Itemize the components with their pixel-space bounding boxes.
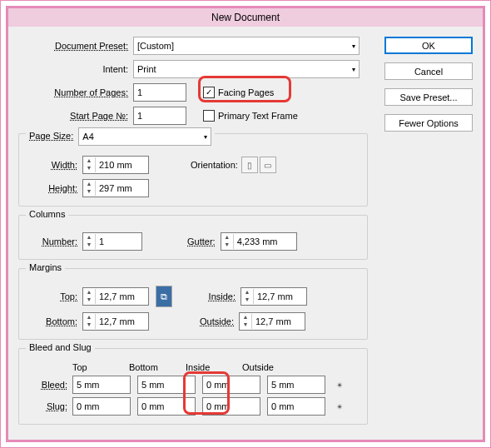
chevron-down-icon: ▾ bbox=[352, 42, 355, 50]
slug-inside-input[interactable]: 0 mm bbox=[202, 397, 260, 416]
orientation-label: Orientation: bbox=[191, 160, 238, 170]
dialog-button-column: OK Cancel Save Preset... Fewer Options bbox=[384, 37, 473, 140]
margin-top-input[interactable]: ▲▼12,7 mm bbox=[82, 287, 149, 306]
dialog-title: New Document bbox=[8, 8, 483, 27]
page-size-group: Page Size: A4▾ Width: ▲▼210 mm Orientati… bbox=[18, 133, 368, 207]
start-page-label: Start Page №: bbox=[70, 111, 128, 121]
fewer-options-button[interactable]: Fewer Options bbox=[384, 114, 473, 132]
document-preset-select[interactable]: [Custom]▾ bbox=[133, 37, 360, 55]
intent-label: Intent: bbox=[102, 64, 128, 74]
cancel-button[interactable]: Cancel bbox=[384, 62, 473, 80]
slug-label: Slug: bbox=[47, 401, 67, 411]
slug-bottom-input[interactable]: 0 mm bbox=[137, 397, 196, 416]
link-margins-icon[interactable]: ⧉ bbox=[156, 286, 172, 307]
bleed-inside-input[interactable]: 0 mm bbox=[202, 376, 260, 394]
width-label: Width: bbox=[52, 160, 77, 170]
slug-top-input[interactable]: 0 mm bbox=[72, 397, 131, 416]
bleed-bottom-input[interactable]: 5 mm bbox=[137, 376, 196, 394]
orientation-landscape-icon[interactable]: ▭ bbox=[260, 157, 276, 173]
margins-legend: Margins bbox=[26, 262, 65, 272]
bleed-outside-input[interactable]: 5 mm bbox=[267, 376, 325, 394]
number-of-pages-input[interactable]: 1 bbox=[133, 83, 186, 102]
margin-bottom-input[interactable]: ▲▼12,7 mm bbox=[82, 312, 149, 331]
page-size-select[interactable]: A4▾ bbox=[78, 127, 211, 146]
margin-bottom-label: Bottom: bbox=[46, 316, 77, 326]
bs-head-top: Top bbox=[72, 362, 129, 372]
margin-outside-label: Outside: bbox=[200, 316, 234, 326]
bleed-slug-legend: Bleed and Slug bbox=[26, 342, 95, 352]
margin-inside-input[interactable]: ▲▼12,7 mm bbox=[241, 287, 307, 306]
bleed-top-input[interactable]: 5 mm bbox=[72, 376, 131, 394]
chevron-down-icon: ▾ bbox=[352, 66, 355, 73]
bleed-slug-group: Bleed and Slug Top Bottom Inside Outside… bbox=[18, 348, 368, 425]
facing-pages-checkbox[interactable]: ✓Facing Pages bbox=[203, 87, 274, 98]
orientation-portrait-icon[interactable]: ▯ bbox=[241, 157, 258, 173]
width-input[interactable]: ▲▼210 mm bbox=[82, 156, 149, 174]
margin-inside-label: Inside: bbox=[209, 291, 236, 301]
bs-head-bottom: Bottom bbox=[129, 362, 186, 372]
height-label: Height: bbox=[48, 183, 77, 193]
document-preset-label: Document Preset: bbox=[55, 41, 128, 51]
columns-legend: Columns bbox=[26, 209, 68, 219]
ok-button[interactable]: OK bbox=[384, 37, 473, 54]
intent-select[interactable]: Print▾ bbox=[133, 60, 360, 78]
slug-outside-input[interactable]: 0 mm bbox=[267, 397, 325, 416]
chevron-down-icon: ▾ bbox=[204, 133, 207, 141]
bleed-link-icon[interactable]: ✴ bbox=[332, 377, 347, 392]
columns-number-input[interactable]: ▲▼1 bbox=[82, 232, 142, 251]
height-input[interactable]: ▲▼297 mm bbox=[82, 179, 149, 197]
gutter-label: Gutter: bbox=[187, 236, 216, 246]
margin-top-label: Top: bbox=[60, 291, 77, 301]
slug-link-icon[interactable]: ✴ bbox=[332, 399, 347, 414]
columns-group: Columns Number: ▲▼1 Gutter: ▲▼4,233 mm bbox=[18, 215, 368, 260]
bleed-label: Bleed: bbox=[42, 380, 67, 390]
columns-number-label: Number: bbox=[42, 236, 77, 246]
number-of-pages-label: Number of Pages: bbox=[54, 87, 128, 97]
bs-head-inside: Inside bbox=[186, 362, 242, 372]
page-size-label: Page Size: bbox=[29, 131, 73, 141]
primary-text-frame-checkbox[interactable]: Primary Text Frame bbox=[203, 110, 298, 122]
margins-group: Margins Top: ▲▼12,7 mm ⧉ Inside: ▲▼12,7 … bbox=[18, 268, 368, 340]
gutter-input[interactable]: ▲▼4,233 mm bbox=[221, 232, 297, 251]
start-page-input[interactable]: 1 bbox=[133, 107, 186, 125]
save-preset-button[interactable]: Save Preset... bbox=[384, 88, 473, 106]
margin-outside-input[interactable]: ▲▼12,7 mm bbox=[239, 312, 305, 331]
bs-head-outside: Outside bbox=[242, 362, 299, 372]
